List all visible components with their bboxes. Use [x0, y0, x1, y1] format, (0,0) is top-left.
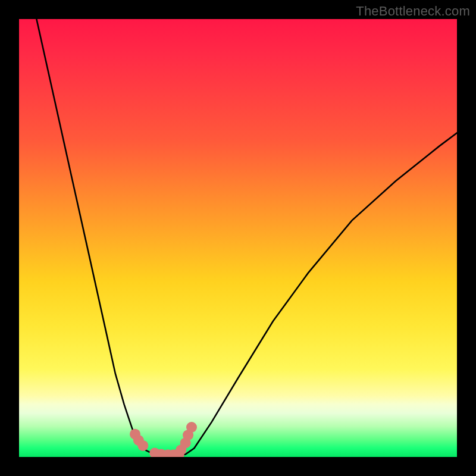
marker-dot: [180, 437, 191, 448]
marker-dot: [130, 429, 140, 440]
chart-frame: TheBottleneck.com: [0, 0, 476, 476]
marker-dot: [174, 449, 184, 457]
marker-dot: [183, 430, 193, 440]
marker-dot: [162, 449, 173, 457]
marker-dot: [168, 449, 179, 457]
plot-area: [19, 19, 457, 457]
watermark-text: TheBottleneck.com: [356, 4, 470, 19]
marker-dot: [176, 444, 186, 455]
marker-dot: [156, 449, 167, 457]
marker-dot: [186, 422, 197, 433]
bottleneck-curve: [36, 19, 457, 456]
curve-layer: [19, 19, 457, 457]
marker-dot: [149, 447, 160, 457]
marker-dot: [137, 440, 148, 451]
marker-dot: [133, 435, 144, 446]
